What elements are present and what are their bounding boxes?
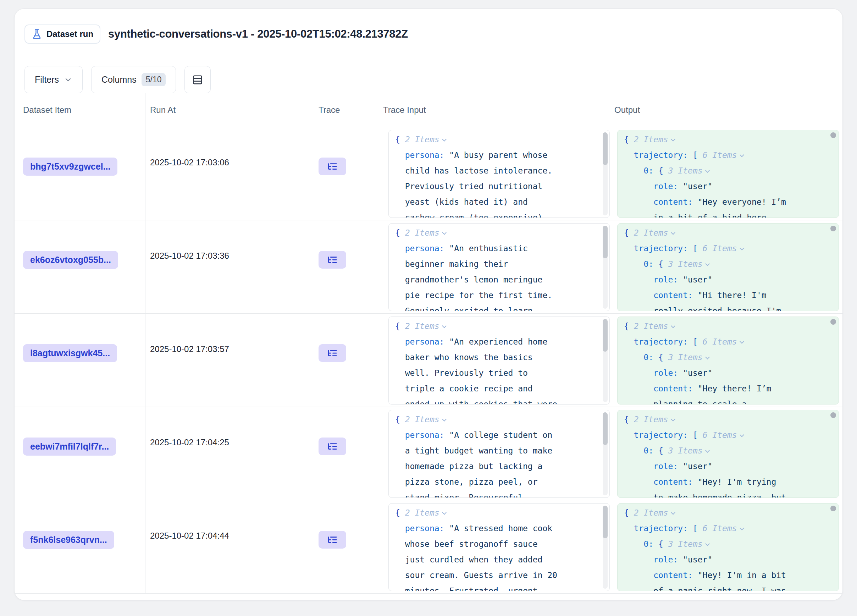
json-key: trajectory: bbox=[624, 337, 693, 346]
json-bracket: { bbox=[658, 446, 668, 455]
items-count[interactable]: 2 Items bbox=[405, 508, 439, 517]
items-count[interactable]: 3 Items bbox=[668, 539, 703, 549]
chevron-down-icon[interactable] bbox=[705, 262, 710, 266]
json-string: well. Previously tried to bbox=[395, 368, 528, 378]
scrollbar-thumb[interactable] bbox=[831, 132, 836, 138]
flask-icon bbox=[32, 29, 42, 39]
chevron-down-icon[interactable] bbox=[442, 323, 447, 328]
chevron-down-icon[interactable] bbox=[671, 323, 675, 328]
items-count[interactable]: 2 Items bbox=[405, 415, 439, 424]
items-count[interactable]: 2 Items bbox=[634, 135, 668, 144]
output-json-viewer[interactable]: { 2 Items trajectory: [ 6 Items 0: { 3 I… bbox=[617, 503, 839, 591]
trace-button[interactable] bbox=[319, 531, 346, 549]
trace-input-json-viewer[interactable]: { 2 Items persona: "A busy parent whose … bbox=[388, 130, 610, 218]
trace-button[interactable] bbox=[319, 251, 346, 269]
columns-button[interactable]: Columns 5/10 bbox=[91, 66, 176, 93]
json-string: Genuinely excited to learn bbox=[395, 306, 533, 311]
chevron-down-icon[interactable] bbox=[671, 417, 675, 421]
json-key: 0: bbox=[624, 446, 658, 455]
json-string: pie recipe for the first time. bbox=[395, 291, 552, 300]
dataset-run-badge[interactable]: Dataset run bbox=[25, 25, 101, 43]
trace-input-json-viewer[interactable]: { 2 Items persona: "A college student on… bbox=[388, 410, 610, 498]
items-count[interactable]: 2 Items bbox=[634, 228, 668, 237]
output-cell: { 2 Items trajectory: [ 6 Items 0: { 3 I… bbox=[614, 127, 843, 220]
items-count[interactable]: 3 Items bbox=[668, 259, 703, 269]
chevron-down-icon[interactable] bbox=[705, 355, 710, 359]
trace-button[interactable] bbox=[319, 344, 346, 362]
chevron-down-icon[interactable] bbox=[705, 448, 710, 453]
output-json-viewer[interactable]: { 2 Items trajectory: [ 6 Items 0: { 3 I… bbox=[617, 130, 839, 218]
items-count[interactable]: 2 Items bbox=[634, 415, 668, 424]
dataset-item-badge[interactable]: f5nk6lse963qrvn... bbox=[23, 531, 114, 549]
items-count[interactable]: 2 Items bbox=[405, 322, 439, 331]
list-tree-icon bbox=[327, 161, 338, 172]
scrollbar-thumb[interactable] bbox=[603, 226, 608, 258]
output-json-viewer[interactable]: { 2 Items trajectory: [ 6 Items 0: { 3 I… bbox=[617, 410, 839, 498]
items-count[interactable]: 6 Items bbox=[703, 430, 737, 440]
chevron-down-icon[interactable] bbox=[739, 433, 744, 437]
json-bracket: { bbox=[624, 322, 634, 331]
json-bracket: { bbox=[658, 353, 668, 362]
dataset-item-badge[interactable]: l8agtuwxisgwk45... bbox=[23, 344, 117, 362]
row-height-button[interactable] bbox=[184, 66, 211, 93]
scrollbar-thumb[interactable] bbox=[831, 226, 836, 231]
scrollbar-thumb[interactable] bbox=[831, 319, 836, 325]
chevron-down-icon[interactable] bbox=[705, 168, 710, 173]
json-key: 0: bbox=[624, 539, 658, 549]
items-count[interactable]: 2 Items bbox=[405, 228, 439, 237]
items-count[interactable]: 2 Items bbox=[634, 508, 668, 517]
json-key: content: bbox=[624, 197, 698, 206]
json-string: "Hey everyone! I’m bbox=[698, 197, 786, 206]
json-bracket: { bbox=[624, 415, 634, 424]
json-key: content: bbox=[624, 571, 698, 580]
chevron-down-icon[interactable] bbox=[705, 542, 710, 546]
items-count[interactable]: 6 Items bbox=[703, 150, 737, 160]
json-content: { 2 Items trajectory: [ 6 Items 0: { 3 I… bbox=[617, 130, 838, 218]
items-count[interactable]: 2 Items bbox=[405, 135, 439, 144]
trace-input-json-viewer[interactable]: { 2 Items persona: "An enthusiastic begi… bbox=[388, 223, 610, 311]
output-json-viewer[interactable]: { 2 Items trajectory: [ 6 Items 0: { 3 I… bbox=[617, 223, 839, 311]
json-bracket: { bbox=[395, 508, 405, 517]
chevron-down-icon[interactable] bbox=[442, 137, 447, 142]
dataset-item-badge[interactable]: eebwi7mfil7lqlf7r... bbox=[23, 438, 116, 456]
chevron-down-icon[interactable] bbox=[671, 137, 675, 142]
scrollbar-thumb[interactable] bbox=[831, 506, 836, 511]
trace-input-json-viewer[interactable]: { 2 Items persona: "A stressed home cook… bbox=[388, 503, 610, 591]
dataset-item-badge[interactable]: bhg7t5xv9zgwcel... bbox=[23, 158, 118, 176]
trace-button[interactable] bbox=[319, 158, 346, 175]
json-string: "A stressed home cook bbox=[449, 524, 552, 533]
json-string: "Hey! I'm in a bit bbox=[698, 571, 786, 580]
items-count[interactable]: 3 Items bbox=[668, 353, 703, 362]
chevron-down-icon[interactable] bbox=[442, 230, 447, 235]
output-json-viewer[interactable]: { 2 Items trajectory: [ 6 Items 0: { 3 I… bbox=[617, 317, 839, 404]
trace-button[interactable] bbox=[319, 438, 346, 455]
scrollbar-thumb[interactable] bbox=[603, 412, 608, 445]
json-key: content: bbox=[624, 477, 698, 486]
items-count[interactable]: 3 Items bbox=[668, 446, 703, 455]
chevron-down-icon[interactable] bbox=[671, 510, 675, 515]
chevron-down-icon[interactable] bbox=[739, 339, 744, 344]
chevron-down-icon[interactable] bbox=[739, 526, 744, 531]
dataset-item-badge[interactable]: ek6oz6vtoxg055b... bbox=[23, 251, 118, 269]
json-key: role: bbox=[624, 368, 683, 378]
scrollbar-thumb[interactable] bbox=[603, 319, 608, 351]
trace-input-json-viewer[interactable]: { 2 Items persona: "An experienced home … bbox=[388, 317, 610, 404]
column-header-dataset-item: Dataset Item bbox=[14, 93, 145, 127]
items-count[interactable]: 6 Items bbox=[703, 524, 737, 533]
items-count[interactable]: 2 Items bbox=[634, 322, 668, 331]
chevron-down-icon[interactable] bbox=[671, 230, 675, 235]
chevron-down-icon[interactable] bbox=[442, 417, 447, 421]
scrollbar-thumb[interactable] bbox=[831, 412, 836, 418]
scrollbar-thumb[interactable] bbox=[603, 506, 608, 538]
chevron-down-icon[interactable] bbox=[739, 246, 744, 251]
scrollbar-thumb[interactable] bbox=[603, 132, 608, 165]
items-count[interactable]: 6 Items bbox=[703, 244, 737, 253]
filters-button[interactable]: Filters bbox=[25, 66, 83, 93]
list-tree-icon bbox=[327, 254, 338, 265]
items-count[interactable]: 6 Items bbox=[703, 337, 737, 346]
json-bracket: { bbox=[658, 166, 668, 175]
items-count[interactable]: 3 Items bbox=[668, 166, 703, 175]
chevron-down-icon[interactable] bbox=[442, 510, 447, 515]
chevron-down-icon[interactable] bbox=[739, 153, 744, 157]
json-bracket: { bbox=[395, 228, 405, 237]
